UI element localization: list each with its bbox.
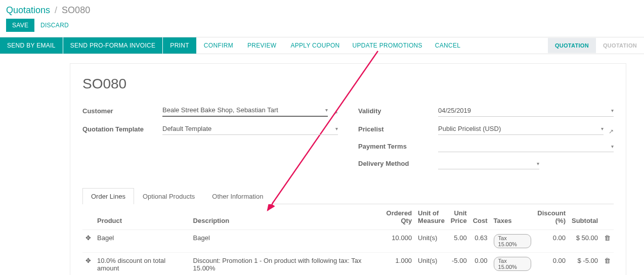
confirm-button[interactable]: CONFIRM — [197, 37, 240, 54]
cell-subtotal: $ -5.00 — [569, 253, 601, 276]
update-promotions-button[interactable]: UPDATE PROMOTIONS — [347, 37, 428, 54]
cell-qty[interactable]: 1.000 — [383, 253, 415, 276]
cell-price[interactable]: 5.00 — [448, 230, 470, 253]
status-quotation-active[interactable]: QUOTATION — [548, 38, 596, 53]
preview-button[interactable]: PREVIEW — [240, 37, 283, 54]
caret-down-icon: ▾ — [537, 161, 539, 166]
order-lines-table: Product Description Ordered Qty Unit of … — [82, 204, 614, 275]
table-row[interactable]: ✥10.0% discount on total amountDiscount:… — [82, 253, 614, 276]
payment-terms-label: Payment Terms — [358, 143, 434, 152]
external-link-icon[interactable]: ↗ — [609, 128, 614, 135]
cell-product[interactable]: 10.0% discount on total amount — [94, 253, 190, 276]
tab-order-lines[interactable]: Order Lines — [82, 188, 134, 204]
drag-handle-icon[interactable]: ✥ — [82, 253, 94, 276]
tabs: Order Lines Optional Products Other Info… — [82, 188, 614, 204]
cell-discount[interactable]: 0.00 — [534, 253, 569, 276]
col-cost: Cost — [470, 204, 491, 230]
cell-cost[interactable]: 0.63 — [470, 230, 491, 253]
trash-icon[interactable]: 🗑 — [601, 230, 614, 253]
breadcrumb: Quotations / SO080 — [6, 5, 638, 16]
drag-handle-icon[interactable]: ✥ — [82, 230, 94, 253]
cell-product[interactable]: Bagel — [94, 230, 190, 253]
col-product: Product — [94, 204, 190, 230]
pricelist-value: Public Pricelist (USD) — [438, 125, 599, 132]
quotation-template-label: Quotation Template — [82, 125, 158, 135]
tax-pill[interactable]: Tax 15.00% — [494, 234, 532, 248]
pricelist-label: Pricelist — [358, 125, 434, 135]
validity-field[interactable]: 04/25/2019 ▾ — [438, 105, 614, 117]
col-uom: Unit of Measure — [415, 204, 448, 230]
caret-down-icon: ▾ — [325, 107, 328, 113]
payment-terms-field[interactable]: ▾ — [438, 141, 614, 152]
send-proforma-button[interactable]: SEND PRO-FORMA INVOICE — [63, 37, 163, 54]
cell-qty[interactable]: 10.000 — [383, 230, 415, 253]
status-bar: QUOTATION QUOTATION — [548, 37, 644, 54]
save-button[interactable]: SAVE — [6, 19, 34, 32]
caret-down-icon: ▾ — [601, 126, 604, 131]
tax-pill[interactable]: Tax 15.00% — [494, 257, 532, 271]
breadcrumb-separator: / — [55, 5, 57, 15]
customer-value: Beale Street Bake Shop, Sebastian Tart — [162, 106, 323, 114]
cell-description[interactable]: Bagel — [190, 230, 383, 253]
form-sheet: SO080 Customer Beale Street Bake Shop, S… — [70, 63, 626, 275]
cell-tax[interactable]: Tax 15.00% — [491, 253, 535, 276]
tab-other-information[interactable]: Other Information — [203, 188, 272, 204]
delivery-method-field[interactable]: ▾ — [438, 158, 539, 169]
status-quotation-next: QUOTATION — [596, 38, 644, 53]
caret-down-icon: ▾ — [335, 126, 338, 131]
delivery-method-label: Delivery Method — [358, 160, 434, 169]
col-subtotal: Subtotal — [569, 204, 601, 230]
col-qty: Ordered Qty — [383, 204, 415, 230]
table-row[interactable]: ✥BagelBagel10.000Unit(s)5.000.63Tax 15.0… — [82, 230, 614, 253]
breadcrumb-root[interactable]: Quotations — [6, 5, 50, 15]
cell-uom[interactable]: Unit(s) — [415, 230, 448, 253]
pricelist-field[interactable]: Public Pricelist (USD) ▾ — [438, 123, 604, 135]
col-price: Unit Price — [448, 204, 470, 230]
record-title: SO080 — [82, 76, 614, 92]
quotation-template-value: Default Template — [162, 125, 333, 132]
tab-optional-products[interactable]: Optional Products — [134, 188, 203, 204]
action-toolbar: SEND BY EMAIL SEND PRO-FORMA INVOICE PRI… — [0, 37, 644, 54]
cell-price[interactable]: -5.00 — [448, 253, 470, 276]
caret-down-icon: ▾ — [611, 144, 614, 149]
validity-value: 04/25/2019 — [438, 107, 609, 114]
cell-discount[interactable]: 0.00 — [534, 230, 569, 253]
caret-down-icon: ▾ — [611, 108, 614, 113]
trash-icon[interactable]: 🗑 — [601, 253, 614, 276]
cell-subtotal: $ 50.00 — [569, 230, 601, 253]
print-button[interactable]: PRINT — [163, 37, 197, 54]
customer-label: Customer — [82, 107, 158, 117]
quotation-template-field[interactable]: Default Template ▾ — [162, 123, 338, 135]
col-taxes: Taxes — [491, 204, 535, 230]
send-email-button[interactable]: SEND BY EMAIL — [0, 37, 63, 54]
breadcrumb-current: SO080 — [62, 5, 90, 15]
external-link-icon[interactable]: ↗ — [333, 110, 338, 117]
cell-cost[interactable]: 0.00 — [470, 253, 491, 276]
col-description: Description — [190, 204, 383, 230]
customer-field[interactable]: Beale Street Bake Shop, Sebastian Tart ▾ — [162, 104, 328, 117]
col-discount: Discount (%) — [534, 204, 569, 230]
cancel-button[interactable]: CANCEL — [428, 37, 467, 54]
discard-button[interactable]: DISCARD — [36, 19, 73, 32]
cell-description[interactable]: Discount: Promotion 1 - On product with … — [190, 253, 383, 276]
validity-label: Validity — [358, 107, 434, 117]
cell-tax[interactable]: Tax 15.00% — [491, 230, 535, 253]
cell-uom[interactable]: Unit(s) — [415, 253, 448, 276]
apply-coupon-button[interactable]: APPLY COUPON — [283, 37, 347, 54]
